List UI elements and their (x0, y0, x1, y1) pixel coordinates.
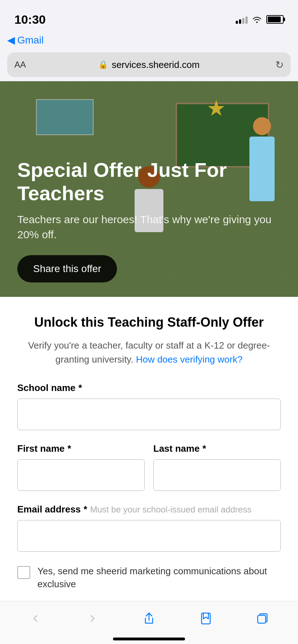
svg-rect-1 (258, 615, 266, 623)
first-name-label: First name* (17, 443, 145, 454)
form-section: Unlock this Teaching Staff-Only Offer Ve… (0, 297, 298, 605)
hero-title: Special Offer Just For Teachers (17, 158, 281, 205)
battery-icon (266, 15, 284, 24)
home-indicator (113, 638, 185, 640)
marketing-checkbox-row: Yes, send me sheerid marketing communica… (17, 565, 281, 591)
wifi-icon (252, 16, 262, 23)
address-bar-container: AA 🔒 services.sheerid.com ↻ (0, 50, 298, 81)
status-bar: 10:30 (0, 0, 298, 32)
name-row: First name* Last name* (17, 443, 281, 504)
tabs-button[interactable] (248, 608, 277, 629)
form-description: Verify you're a teacher, faculty or staf… (17, 339, 281, 367)
tabs-icon (257, 613, 268, 624)
bookmarks-button[interactable] (191, 608, 220, 629)
marketing-checkbox-label: Yes, send me sheerid marketing communica… (37, 565, 281, 591)
status-time: 10:30 (14, 13, 46, 27)
email-hint: Must be your school-issued email address (90, 505, 251, 515)
first-name-field-group: First name* (17, 443, 145, 491)
back-nav[interactable]: ◀ Gmail (0, 32, 298, 50)
text-size-control[interactable]: AA (14, 60, 26, 70)
last-name-label: Last name* (153, 443, 281, 454)
last-name-field-group: Last name* (153, 443, 281, 491)
share-offer-button[interactable]: Share this offer (17, 255, 117, 282)
svg-rect-0 (202, 613, 210, 624)
hero-subtitle: Teachers are our heroes! That's why we'r… (17, 212, 281, 242)
marketing-checkbox[interactable] (17, 566, 30, 579)
status-icons (236, 15, 284, 24)
forward-button[interactable] (78, 608, 107, 629)
share-button-toolbar[interactable] (135, 608, 163, 629)
first-name-input[interactable] (17, 459, 145, 491)
email-input[interactable] (17, 520, 281, 552)
share-icon (144, 612, 154, 625)
back-chevron-icon: ◀ (7, 35, 15, 45)
verify-link[interactable]: How does verifying work? (136, 354, 243, 365)
reload-icon[interactable]: ↻ (275, 59, 284, 71)
star-decoration: ★ (207, 96, 226, 121)
school-name-field-group: School name* (17, 382, 281, 430)
lock-icon: 🔒 (98, 60, 108, 69)
hero-section: ★ Special Offer Just For Teachers Teache… (0, 81, 298, 297)
map-decoration (36, 99, 94, 135)
bookmarks-icon (200, 612, 211, 625)
back-button[interactable] (21, 608, 50, 629)
url-text[interactable]: services.sheerid.com (112, 59, 199, 70)
signal-icon (236, 15, 248, 24)
email-field-group: Email address* Must be your school-issue… (17, 504, 281, 552)
back-label[interactable]: Gmail (17, 34, 44, 46)
email-label: Email address* Must be your school-issue… (17, 504, 281, 515)
last-name-input[interactable] (153, 459, 281, 491)
address-bar[interactable]: AA 🔒 services.sheerid.com ↻ (7, 52, 291, 77)
forward-arrow-icon (87, 613, 97, 624)
school-name-label: School name* (17, 382, 281, 394)
back-arrow-icon (31, 613, 41, 624)
form-title: Unlock this Teaching Staff-Only Offer (17, 315, 281, 330)
school-name-input[interactable] (17, 399, 281, 430)
hero-content: Special Offer Just For Teachers Teachers… (17, 158, 281, 282)
